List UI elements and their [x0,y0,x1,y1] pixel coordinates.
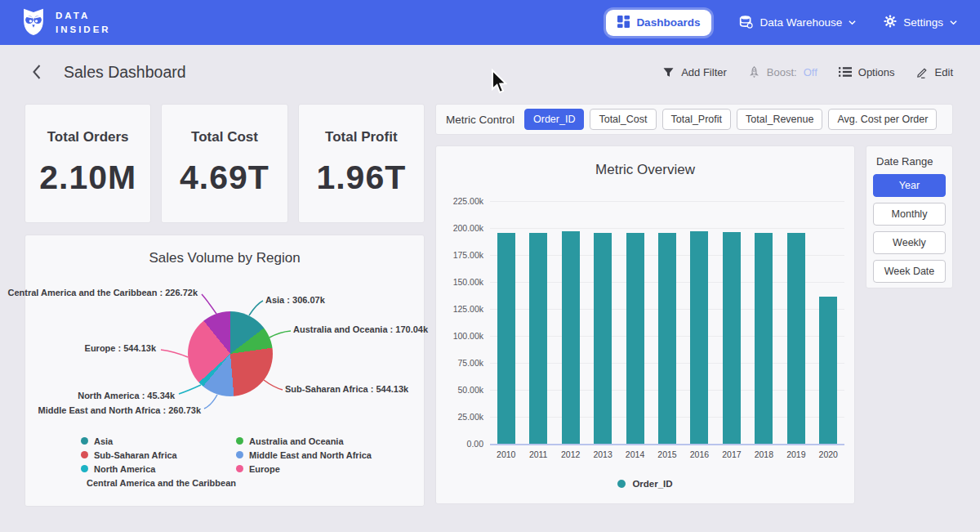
add-filter-label: Add Filter [681,66,727,78]
pie-chart[interactable] [188,311,273,396]
pie-chart-title: Sales Volume by Region [25,250,424,266]
date-range-year[interactable]: Year [873,174,946,197]
pie-legend-label: North America [94,464,155,474]
kpi-value: 2.10M [39,159,136,197]
nav-dashboards-button[interactable]: Dashboards [606,10,711,36]
pie-legend-label: Australia and Oceania [249,436,344,446]
owl-logo-icon [20,7,47,39]
bar-2020[interactable] [819,297,837,444]
y-axis-tick: 75.00k [439,358,483,368]
metric-option-order-id[interactable]: Order_ID [524,109,584,130]
bar-2017[interactable] [723,232,741,444]
bar-chart-plot: 225.00k200.00k175.00k150.00k125.00k100.0… [490,201,844,444]
add-filter-button[interactable]: Add Filter [662,66,727,78]
pie-chart-area: Asia : 306.07kAustralia and Oceania : 17… [25,266,424,434]
pie-legend-item-australia-and-oceania[interactable]: Australia and Oceania [236,436,372,446]
legend-dot [81,437,88,445]
pie-chart-legend: AsiaSub-Saharan AfricaNorth AmericaCentr… [25,436,424,488]
pie-label-asia: Asia : 306.07k [265,295,325,305]
y-axis-tick: 200.00k [439,223,483,233]
brand-name: DATA INSIDER [56,9,111,36]
boost-toggle[interactable]: Boost: Off [748,66,817,78]
x-axis-label: 2013 [586,449,618,459]
metric-control-label: Metric Control [446,114,514,126]
bar-chart-title: Metric Overview [436,162,854,178]
list-icon [839,66,852,78]
kpi-value: 4.69T [180,159,270,197]
x-axis-label: 2014 [619,449,651,459]
kpi-label: Total Orders [47,129,129,145]
legend-dot [81,465,88,472]
date-range-week-date[interactable]: Week Date [873,260,946,283]
edit-button[interactable]: Edit [916,66,953,78]
metric-option-total-cost[interactable]: Total_Cost [590,109,656,130]
bar-2011[interactable] [529,233,547,444]
header-actions: Add Filter Boost: Off [662,66,953,78]
pie-leader-line [179,385,201,394]
pie-leader-line [264,380,283,390]
nav-data-warehouse-label: Data Warehouse [760,16,842,29]
x-axis-label: 2011 [522,449,554,459]
pie-legend-item-asia[interactable]: Asia [81,436,236,446]
pie-label-europe: Europe : 544.13k [85,343,156,353]
bar-legend-label: Order_ID [632,479,672,489]
nav-settings-button[interactable]: Settings [884,15,957,30]
pie-label-middle-east-and-north-africa: Middle East and North Africa : 260.73k [38,405,201,415]
bar-chart-legend-item[interactable]: Order_ID [436,479,854,489]
bar-2012[interactable] [562,231,580,444]
options-button[interactable]: Options [839,66,895,78]
rocket-icon [748,66,760,78]
y-axis-tick: 25.00k [439,412,483,422]
bar-2015[interactable] [658,233,676,444]
pie-leader-line [202,294,216,314]
x-axis-label: 2015 [651,449,683,459]
pie-leader-line [270,331,291,338]
nav-data-warehouse-button[interactable]: Data Warehouse [739,15,856,31]
nav-settings-label: Settings [903,16,943,29]
metric-option-avg-cost-per-order[interactable]: Avg. Cost per Order [828,109,937,130]
pie-label-sub-saharan-africa: Sub-Saharan Africa : 544.13k [285,384,408,394]
x-axis-label: 2018 [748,449,780,459]
bar-2014[interactable] [626,233,644,444]
metric-buttons: Order_IDTotal_CostTotal_ProfitTotal_Reve… [524,109,937,130]
metric-option-total-profit[interactable]: Total_Profit [662,109,732,130]
x-axis-label: 2012 [555,449,586,459]
dashboard-grid-icon [617,16,630,30]
y-axis-tick: 175.00k [439,250,483,260]
pie-legend-item-sub-saharan-africa[interactable]: Sub-Saharan Africa [81,449,236,460]
back-button[interactable] [27,63,45,81]
bar-2018[interactable] [755,233,773,444]
pie-label-australia-and-oceania: Australia and Oceania : 170.04k [293,324,428,334]
edit-label: Edit [935,66,953,78]
bar-2019[interactable] [787,233,805,444]
bar-2016[interactable] [690,231,708,444]
y-axis-tick: 0.00 [439,439,483,449]
boost-label: Boost: [767,66,797,78]
bar-2010[interactable] [497,233,515,444]
x-axis-label: 2019 [780,449,812,459]
pie-legend-item-north-america[interactable]: North America [81,463,236,474]
brand-logo[interactable]: DATA INSIDER [20,7,111,39]
x-axis-label: 2010 [490,449,522,459]
database-icon [739,15,753,31]
pie-legend-item-central-america-and-the-caribbean[interactable]: Central America and the Caribbean [81,477,236,488]
legend-dot [236,465,243,472]
nav-dashboards-label: Dashboards [636,16,700,29]
pie-legend-column: AsiaSub-Saharan AfricaNorth AmericaCentr… [81,436,236,488]
kpi-label: Total Profit [325,129,397,145]
date-range-panel: Date Range YearMonthlyWeeklyWeek Date [866,145,953,288]
bar-2013[interactable] [594,233,612,444]
metric-option-total-revenue[interactable]: Total_Revenue [737,109,822,130]
pie-leader-line [204,395,217,409]
date-range-weekly[interactable]: Weekly [873,231,946,254]
pie-legend-item-middle-east-and-north-africa[interactable]: Middle East and North Africa [236,449,372,460]
pie-legend-label: Asia [94,436,113,446]
pie-legend-item-europe[interactable]: Europe [236,463,372,474]
chevron-down-icon [950,19,957,26]
legend-dot [617,480,626,488]
filter-funnel-icon [662,66,675,78]
date-range-monthly[interactable]: Monthly [873,203,946,226]
pencil-icon [916,66,929,78]
y-axis-tick: 225.00k [439,196,483,206]
pie-legend-label: Central America and the Caribbean [87,478,236,488]
